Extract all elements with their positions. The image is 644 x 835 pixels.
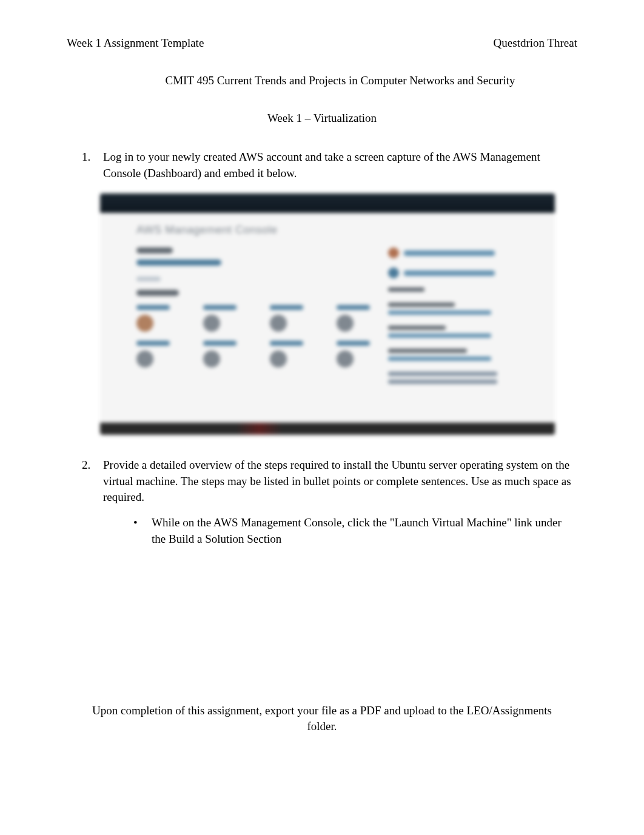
service-icon xyxy=(337,350,354,367)
panel-icon xyxy=(388,267,399,278)
right-panel-lines xyxy=(388,372,518,384)
blur-label xyxy=(136,247,173,253)
screenshot-bottombar xyxy=(100,423,555,435)
service-icon xyxy=(270,350,287,367)
panel-text xyxy=(404,250,495,256)
right-panel-lines xyxy=(388,287,518,292)
service-icon-group xyxy=(337,305,370,332)
right-panel-lines xyxy=(388,326,518,338)
text-line xyxy=(388,372,497,376)
service-icon-group xyxy=(203,341,236,367)
question-1-text: Log in to your newly created AWS account… xyxy=(103,149,577,181)
blur-label xyxy=(136,290,179,296)
service-icon-group xyxy=(270,341,303,367)
panel-icon xyxy=(388,247,399,258)
service-icon-group xyxy=(203,305,236,332)
header-left: Week 1 Assignment Template xyxy=(67,36,204,50)
question-1-block: 1. Log in to your newly created AWS acco… xyxy=(82,149,577,181)
service-icon-group xyxy=(136,305,170,332)
text-line xyxy=(388,303,455,307)
week-title: Week 1 – Virtualization xyxy=(67,112,577,125)
question-2-text: Provide a detailed overview of the steps… xyxy=(103,457,577,506)
service-icon xyxy=(203,350,220,367)
text-line xyxy=(388,334,491,338)
blur-label xyxy=(136,277,161,281)
service-icons-row xyxy=(136,305,370,332)
service-icon-group xyxy=(136,341,170,367)
question-1: 1. Log in to your newly created AWS acco… xyxy=(82,149,577,181)
icon-label xyxy=(270,305,303,310)
course-title: CMIT 495 Current Trends and Projects in … xyxy=(67,74,577,87)
blur-label xyxy=(136,260,221,266)
text-line xyxy=(388,287,424,292)
service-icon xyxy=(136,350,153,367)
service-icon xyxy=(136,315,153,332)
console-right-panel xyxy=(388,247,518,395)
page-header: Week 1 Assignment Template Questdrion Th… xyxy=(67,36,577,50)
service-icon xyxy=(203,315,220,332)
aws-console-screenshot: AWS Management Console xyxy=(100,193,555,442)
console-left-panel xyxy=(136,247,370,395)
right-panel-lines xyxy=(388,303,518,315)
right-panel-lines xyxy=(388,349,518,361)
right-panel-item xyxy=(388,267,518,278)
text-line xyxy=(388,349,467,353)
header-right: Questdrion Threat xyxy=(494,36,577,50)
bullet-text: While on the AWS Management Console, cli… xyxy=(152,515,577,547)
question-2-number: 2. xyxy=(82,457,100,506)
right-panel-item xyxy=(388,247,518,258)
question-1-number: 1. xyxy=(82,149,100,181)
icon-label xyxy=(136,341,170,346)
page-footer: Upon completion of this assignment, expo… xyxy=(0,703,644,735)
icon-label xyxy=(337,305,370,310)
icon-label xyxy=(203,341,236,346)
question-2-block: 2. Provide a detailed overview of the st… xyxy=(82,457,577,547)
service-icons-row xyxy=(136,341,370,367)
text-line xyxy=(388,326,446,330)
bullet-marker: • xyxy=(133,515,152,547)
service-icon xyxy=(337,315,354,332)
question-2: 2. Provide a detailed overview of the st… xyxy=(82,457,577,506)
panel-text xyxy=(404,270,495,276)
console-content-row xyxy=(136,247,518,395)
icon-label xyxy=(203,305,236,310)
icon-label xyxy=(337,341,370,346)
screenshot-container: AWS Management Console xyxy=(100,193,577,442)
icon-label xyxy=(270,341,303,346)
question-2-bullet: • While on the AWS Management Console, c… xyxy=(133,515,577,547)
text-line xyxy=(388,310,491,315)
icon-label xyxy=(136,305,170,310)
text-line xyxy=(388,357,491,361)
service-icon xyxy=(270,315,287,332)
service-icon-group xyxy=(270,305,303,332)
service-icon-group xyxy=(337,341,370,367)
screenshot-topbar xyxy=(100,193,555,213)
document-page: Week 1 Assignment Template Questdrion Th… xyxy=(0,0,644,835)
text-line xyxy=(388,380,497,384)
screenshot-body: AWS Management Console xyxy=(100,213,555,423)
console-title: AWS Management Console xyxy=(136,224,518,236)
